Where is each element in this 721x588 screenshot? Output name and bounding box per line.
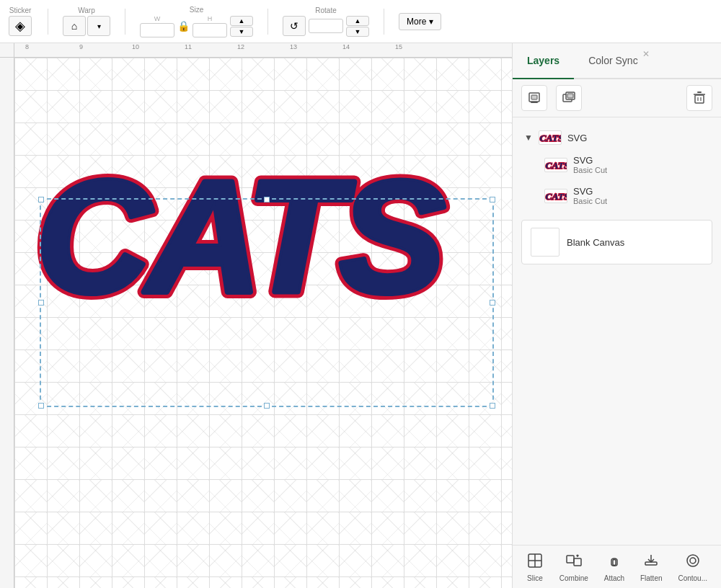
- layer-2-label: SVG: [573, 186, 607, 197]
- canvas-grid[interactable]: CATS CATS: [14, 58, 512, 588]
- color-sync-close-icon[interactable]: ✕: [642, 49, 650, 59]
- svg-rect-23: [574, 558, 581, 566]
- cats-logo-container[interactable]: CATS CATS: [29, 130, 476, 331]
- svg-text:CATS: CATS: [546, 159, 567, 170]
- canvas-area[interactable]: 8 9 10 11 12 13 14 15 CATS: [0, 43, 512, 588]
- more-button[interactable]: More ▾: [399, 13, 441, 30]
- combine-icon: [565, 552, 583, 573]
- layer-2-thumbnail: CATS CATS: [544, 189, 567, 203]
- handle-bl[interactable]: [38, 403, 44, 409]
- layer-group-label: SVG: [567, 133, 587, 143]
- svg-rect-3: [531, 102, 538, 103]
- attach-label: Attach: [604, 574, 624, 582]
- height-input[interactable]: [193, 23, 227, 37]
- flatten-btn[interactable]: Flatten: [634, 549, 668, 585]
- rotate-group: Rotate ↺ ▲ ▼: [283, 6, 369, 37]
- main-area: 8 9 10 11 12 13 14 15 CATS: [0, 43, 721, 588]
- bottom-panel: Slice Combine: [513, 545, 721, 588]
- slice-icon: [526, 552, 544, 573]
- svg-point-29: [687, 555, 699, 566]
- warp-label: Warp: [78, 6, 95, 14]
- size-group: Size W 🔒 H ▲ ▼: [140, 6, 253, 37]
- slice-btn[interactable]: Slice: [521, 549, 549, 585]
- layer-group-svg: ▼ CATS CATS SVG CATS CA: [513, 123, 721, 214]
- svg-rect-4: [531, 95, 537, 99]
- rotate-arrows: ▲ ▼: [346, 16, 369, 37]
- rotate-input[interactable]: [309, 19, 343, 33]
- handle-br[interactable]: [490, 403, 495, 409]
- ruler-corner: [0, 43, 14, 58]
- ruler-h-ticks: 8 9 10 11 12 13 14 15: [14, 43, 512, 57]
- svg-text:CATS: CATS: [546, 190, 567, 201]
- layer-group-header[interactable]: ▼ CATS CATS SVG: [521, 126, 712, 149]
- layer-2-sublabel: Basic Cut: [573, 197, 607, 205]
- ruler-vertical: [0, 43, 14, 588]
- attach-icon: [606, 552, 623, 573]
- layer-1-thumbnail: CATS CATS: [544, 158, 567, 172]
- layer-group-thumb-svg: CATS CATS: [539, 131, 561, 144]
- size-down-btn[interactable]: ▼: [230, 27, 253, 37]
- layers-content: ▼ CATS CATS SVG CATS CA: [513, 117, 721, 545]
- more-chevron-icon: ▾: [429, 17, 433, 27]
- layer-item-1[interactable]: CATS CATS SVG Basic Cut: [521, 149, 712, 180]
- contour-label: Contou...: [678, 574, 707, 582]
- flatten-label: Flatten: [640, 574, 663, 582]
- sticker-tool: Sticker ◈: [7, 6, 33, 36]
- contour-btn[interactable]: Contou...: [672, 549, 713, 585]
- svg-point-30: [690, 558, 696, 564]
- contour-icon: [684, 552, 702, 573]
- svg-text:CATS: CATS: [539, 133, 560, 143]
- rotate-up-btn[interactable]: ▲: [346, 16, 369, 26]
- lock-icon: 🔒: [177, 20, 190, 32]
- rotate-label: Rotate: [283, 6, 369, 14]
- duplicate-layer-icon: [562, 92, 575, 104]
- flatten-icon: [642, 552, 660, 573]
- delete-layer-btn[interactable]: [686, 85, 712, 111]
- blank-canvas-thumbnail: [531, 228, 559, 257]
- svg-line-26: [578, 555, 579, 556]
- layer-item-2[interactable]: CATS CATS SVG Basic Cut: [521, 180, 712, 211]
- ruler-horizontal: 8 9 10 11 12 13 14 15: [14, 43, 512, 58]
- layer-group-thumbnail: CATS CATS: [539, 130, 562, 145]
- blank-canvas-item[interactable]: Blank Canvas: [521, 220, 712, 264]
- tab-color-sync[interactable]: Color Sync ✕: [574, 43, 652, 78]
- handle-mr[interactable]: [490, 300, 495, 306]
- blank-canvas-label: Blank Canvas: [567, 237, 624, 248]
- width-input[interactable]: [140, 23, 174, 37]
- separator-1: [48, 9, 48, 35]
- sticker-label: Sticker: [9, 6, 32, 14]
- duplicate-layer-btn[interactable]: [556, 85, 582, 111]
- svg-rect-7: [567, 94, 573, 98]
- separator-2: [125, 9, 125, 35]
- tab-layers[interactable]: Layers: [513, 43, 574, 78]
- rotate-down-btn[interactable]: ▼: [346, 27, 369, 37]
- warp-dropdown-btn[interactable]: ▾: [87, 16, 110, 36]
- separator-4: [384, 9, 384, 35]
- layer-group-chevron-icon: ▼: [524, 133, 533, 143]
- layer-2-info: SVG Basic Cut: [573, 186, 607, 205]
- panel-tabs: Layers Color Sync ✕: [513, 43, 721, 79]
- warp-tool: Warp ⌂ ▾: [63, 6, 110, 36]
- attach-btn[interactable]: Attach: [598, 549, 630, 585]
- add-layer-btn[interactable]: [521, 85, 547, 111]
- svg-rect-8: [695, 95, 704, 103]
- panel-toolbar: [513, 79, 721, 117]
- height-group: H: [193, 15, 227, 37]
- layer-1-thumb-svg: CATS CATS: [545, 159, 567, 172]
- handle-bm[interactable]: [264, 403, 270, 409]
- top-toolbar: Sticker ◈ Warp ⌂ ▾ Size W 🔒 H ▲: [0, 0, 721, 43]
- svg-text:CATS: CATS: [36, 148, 444, 326]
- combine-btn[interactable]: Combine: [554, 549, 594, 585]
- rotate-ccw-btn[interactable]: ↺: [283, 16, 306, 36]
- size-label: Size: [140, 6, 253, 14]
- sticker-icon-btn[interactable]: ◈: [9, 16, 32, 36]
- handle-tr[interactable]: [490, 197, 495, 202]
- add-layer-icon: [528, 92, 541, 104]
- layer-2-thumb-svg: CATS CATS: [545, 190, 567, 202]
- delete-layer-icon: [693, 92, 706, 104]
- warp-icon-btn[interactable]: ⌂: [63, 16, 86, 36]
- layer-1-label: SVG: [573, 155, 607, 166]
- size-up-btn[interactable]: ▲: [230, 16, 253, 26]
- more-label: More: [407, 17, 426, 27]
- slice-label: Slice: [527, 574, 543, 582]
